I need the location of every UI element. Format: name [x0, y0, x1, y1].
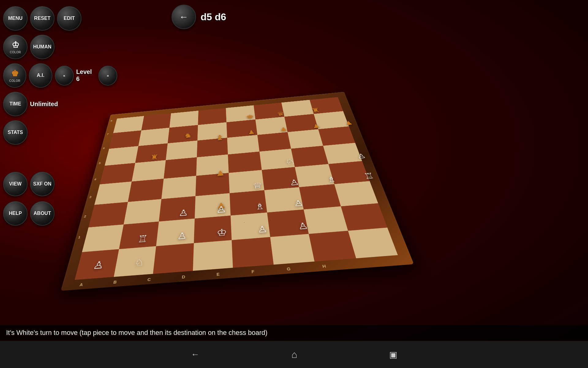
human-button[interactable]: HUMAN [30, 35, 55, 59]
piece-black-pawn-f7[interactable]: ♟ [266, 115, 300, 133]
piece-white-bishop-e3[interactable]: ♗ [239, 188, 280, 212]
rank-4: 4 [94, 178, 97, 181]
color-human-row: ♔ COLOR HUMAN [3, 35, 55, 59]
view-button[interactable]: VIEW [3, 172, 28, 196]
black-king-icon: ♚ [11, 68, 19, 79]
piece-white-pawn-f4[interactable]: ♙ [273, 166, 314, 188]
left-panel: MENU RESET EDIT ♔ COLOR HUMAN ♚ COLOR A.… [0, 3, 43, 229]
color2-button[interactable]: ♚ COLOR [3, 63, 26, 88]
piece-white-pawn-f2[interactable]: ♙ [280, 206, 325, 232]
square-b5[interactable] [132, 160, 166, 182]
square-h1[interactable] [348, 228, 398, 258]
file-a: A [79, 282, 83, 287]
file-c: C [147, 277, 151, 282]
back-nav-button[interactable]: ← [191, 350, 199, 359]
time-value: Unlimited [30, 101, 58, 108]
color1-button[interactable]: ♔ COLOR [3, 35, 28, 59]
piece-black-rook-b6[interactable]: ♜ [138, 143, 172, 162]
piece-black-pawn-h7[interactable]: ♟ [328, 109, 366, 127]
white-king-icon: ♔ [12, 40, 19, 50]
square-b4[interactable] [128, 179, 164, 202]
move-indicator: ← d5 d6 [172, 5, 226, 29]
square-a5[interactable] [100, 163, 135, 184]
ai-button[interactable]: A.I. [29, 63, 52, 88]
reset-button[interactable]: RESET [30, 6, 55, 31]
square-g6[interactable] [288, 129, 323, 149]
square-g1[interactable] [309, 231, 356, 262]
home-nav-button[interactable]: ⌂ [291, 349, 297, 360]
rank-3: 3 [89, 195, 92, 199]
file-g: G [286, 266, 291, 271]
square-a3[interactable] [89, 202, 128, 227]
rank-8: 8 [110, 120, 113, 122]
ai-row: ♚ COLOR A.I. « Level 6 » [3, 63, 117, 88]
square-h2[interactable] [341, 203, 387, 231]
piece-white-pawn-d3[interactable]: ♙ [202, 191, 241, 215]
piece-white-queen-e4[interactable]: ♕ [238, 169, 276, 191]
square-e1[interactable] [232, 237, 273, 268]
about-button[interactable]: ABOUT [30, 201, 55, 226]
piece-white-pawn-h5[interactable]: ♙ [339, 140, 381, 161]
piece-black-pawn-e7[interactable]: ♟ [235, 118, 268, 136]
chess-board-area: 8 7 6 5 4 3 2 1 A B C D E F G H [46, 0, 588, 340]
back-move-button[interactable]: ← [172, 5, 196, 29]
file-f: F [251, 269, 255, 274]
stats-row: STATS [3, 120, 28, 145]
piece-black-pawn-g7[interactable]: ♟ [297, 113, 333, 130]
rank-6: 6 [103, 147, 105, 150]
color1-label: COLOR [10, 51, 21, 54]
piece-white-pawn-c2[interactable]: ♙ [162, 215, 202, 242]
piece-black-knight-c7[interactable]: ♞ [172, 122, 204, 140]
level-next-button[interactable]: » [98, 66, 117, 86]
level-prev-button[interactable]: « [55, 66, 74, 86]
piece-white-bishop-g4[interactable]: ♗ [309, 162, 351, 185]
file-e: E [217, 272, 220, 277]
piece-white-pawn-c3[interactable]: ♙ [164, 194, 203, 218]
piece-white-pawn-a1[interactable]: ♙ [77, 243, 123, 272]
square-a4[interactable] [94, 182, 131, 205]
piece-white-king-d2[interactable]: ♔ [202, 212, 242, 239]
menu-button[interactable]: MENU [3, 6, 28, 31]
status-bar: It's White's turn to move (tap piece to … [0, 325, 588, 340]
square-c5[interactable] [164, 157, 197, 179]
stats-button[interactable]: STATS [3, 120, 28, 145]
nav-bar: ← ⌂ ▣ [0, 341, 588, 368]
time-button[interactable]: TIME [3, 92, 28, 116]
piece-black-bishop-d7[interactable]: ♝ [204, 125, 236, 143]
recent-nav-button[interactable]: ▣ [389, 350, 397, 360]
rank-2: 2 [84, 215, 87, 218]
file-h: H [322, 264, 326, 269]
rank-1: 1 [78, 235, 81, 239]
square-d1[interactable] [193, 240, 233, 271]
back-arrow-icon: ← [179, 12, 188, 22]
rank-7: 7 [107, 133, 109, 135]
wood-border: 8 7 6 5 4 3 2 1 A B C D E F G H [61, 92, 414, 291]
rank-5: 5 [98, 162, 101, 164]
edit-button[interactable]: EDIT [57, 6, 81, 31]
board-3d[interactable]: 8 7 6 5 4 3 2 1 A B C D E F G H [61, 92, 414, 291]
piece-white-pawn-f3[interactable]: ♙ [276, 185, 319, 209]
square-f1[interactable] [270, 234, 315, 265]
file-d: D [182, 274, 185, 279]
level-display: Level 6 [76, 68, 96, 82]
piece-white-knight-g5[interactable]: ♘ [270, 147, 309, 167]
view-row: VIEW SXF ON [3, 172, 55, 196]
file-b: B [113, 280, 117, 285]
status-message: It's White's turn to move (tap piece to … [6, 329, 267, 337]
piece-white-rook-h4[interactable]: ♖ [345, 159, 390, 182]
square-a6[interactable] [105, 146, 138, 166]
top-buttons-row: MENU RESET EDIT [3, 6, 81, 31]
square-h3[interactable] [334, 181, 378, 206]
help-button[interactable]: HELP [3, 201, 28, 226]
color2-label: COLOR [9, 79, 20, 82]
sxf-button[interactable]: SXF ON [30, 172, 55, 196]
piece-white-knight-b1[interactable]: ♘ [118, 240, 162, 269]
time-row: TIME Unlimited [3, 92, 58, 116]
move-notation: d5 d6 [201, 11, 226, 23]
piece-white-pawn-e2[interactable]: ♙ [241, 209, 283, 236]
piece-black-pawn-d6[interactable]: ♟ [203, 157, 238, 178]
help-row: HELP ABOUT [3, 201, 55, 226]
